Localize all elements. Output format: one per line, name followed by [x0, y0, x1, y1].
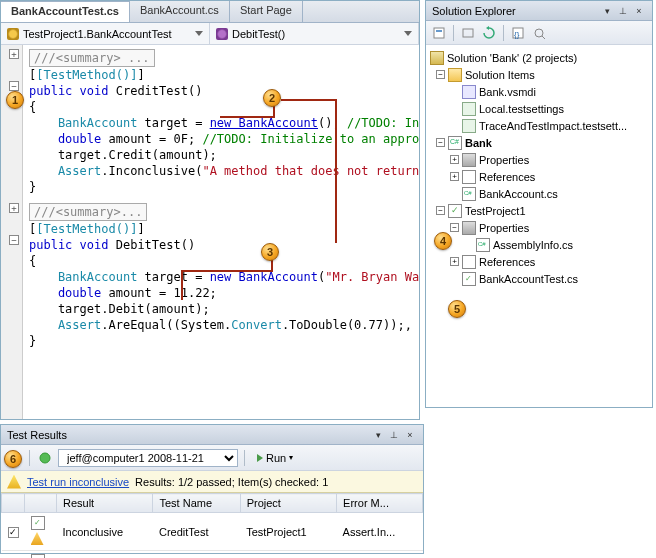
brace: } [29, 179, 419, 195]
expand-icon[interactable]: + [450, 257, 459, 266]
test-results-grid: Result Test Name Project Error M... ✓ In… [1, 493, 423, 558]
svg-rect-0 [434, 28, 444, 38]
cell-testname: CreditTest [153, 513, 240, 551]
label: TraceAndTestImpact.testsett... [479, 120, 627, 132]
references-icon [462, 170, 476, 184]
code-view-icon[interactable]: {} [509, 24, 527, 42]
references-icon [462, 255, 476, 269]
callout-2: 2 [263, 89, 281, 107]
tab-bankaccounttest[interactable]: BankAccountTest.cs [1, 1, 130, 22]
code-editor[interactable]: + ///<summary> ... [[TestMethod()]] − pu… [1, 45, 419, 419]
label: References [479, 171, 535, 183]
summary-collapsed[interactable]: ///<summary>... [29, 203, 147, 221]
test-file-icon [462, 272, 476, 286]
project-icon [448, 136, 462, 150]
c: target.Debit(amount); [29, 301, 419, 317]
editor-pane: BankAccountTest.cs BankAccount.cs Start … [0, 0, 420, 420]
dropdown-icon[interactable]: ▾ [600, 4, 614, 18]
tree-solution-items[interactable]: −Solution Items [428, 66, 650, 83]
collapse-icon[interactable]: − [436, 206, 445, 215]
label: Properties [479, 222, 529, 234]
label: BankAccount.cs [479, 188, 558, 200]
collapse-icon[interactable]: − [436, 70, 445, 79]
file-tabs: BankAccountTest.cs BankAccount.cs Start … [1, 1, 419, 23]
cell-error: Assert.In... [337, 513, 423, 551]
refresh-icon[interactable] [36, 449, 54, 467]
tree-references[interactable]: +References [428, 253, 650, 270]
col-testname[interactable]: Test Name [153, 494, 240, 513]
label: Bank [465, 137, 492, 149]
outline-toggle[interactable]: − [9, 81, 19, 91]
test-status-bar: Test run inconclusive Results: 1/2 passe… [1, 471, 423, 493]
c: amount = 0F; [101, 132, 202, 146]
brace: { [29, 253, 419, 269]
outline-toggle[interactable]: − [9, 235, 19, 245]
t: double [29, 132, 101, 146]
method-dropdown[interactable]: DebitTest() [210, 23, 419, 44]
label: References [479, 256, 535, 268]
tree-trace-settings[interactable]: TraceAndTestImpact.testsett... [428, 117, 650, 134]
col-error[interactable]: Error M... [337, 494, 423, 513]
outline-toggle[interactable]: + [9, 49, 19, 59]
refresh-icon[interactable] [480, 24, 498, 42]
col-check[interactable] [2, 494, 25, 513]
test-results-panel: Test Results ▾ ⊥ × jeff@computer1 2008-1… [0, 424, 424, 554]
cell-project: TestProject1 [240, 513, 336, 551]
solution-root[interactable]: Solution 'Bank' (2 projects) [428, 49, 650, 66]
test-run-select[interactable]: jeff@computer1 2008-11-21 [58, 449, 238, 467]
tree-local-settings[interactable]: Local.testsettings [428, 100, 650, 117]
tree-bankaccount-cs[interactable]: BankAccount.cs [428, 185, 650, 202]
tree-properties[interactable]: +Properties [428, 151, 650, 168]
callout-3: 3 [261, 243, 279, 261]
summary-collapsed[interactable]: ///<summary> ... [29, 49, 155, 67]
dropdown-icon[interactable]: ▾ [371, 428, 385, 442]
cs-file-icon [476, 238, 490, 252]
tree-references[interactable]: +References [428, 168, 650, 185]
callout-6: 6 [4, 450, 22, 468]
col-status[interactable] [25, 494, 57, 513]
tree-bankaccounttest-cs[interactable]: BankAccountTest.cs [428, 270, 650, 287]
view-icon[interactable] [530, 24, 548, 42]
cell-result: Passed [57, 551, 153, 559]
col-project[interactable]: Project [240, 494, 336, 513]
table-row[interactable]: ✓ InconclusiveCreditTestTestProject1Asse… [2, 513, 423, 551]
run-button[interactable]: Run▾ [251, 451, 299, 465]
collapse-icon[interactable]: − [436, 138, 445, 147]
file-icon [462, 85, 476, 99]
pin-icon[interactable]: ⊥ [616, 4, 630, 18]
properties-icon[interactable] [430, 24, 448, 42]
tab-bankaccount[interactable]: BankAccount.cs [130, 1, 230, 22]
properties-icon [462, 221, 476, 235]
tree-testproject[interactable]: −TestProject1 [428, 202, 650, 219]
brace: { [29, 99, 419, 115]
file-icon [462, 102, 476, 116]
class-dropdown[interactable]: TestProject1.BankAccountTest [1, 23, 210, 44]
tree-bank-project[interactable]: −Bank [428, 134, 650, 151]
properties-icon [462, 153, 476, 167]
tree-properties[interactable]: −Properties [428, 219, 650, 236]
solution-tree: Solution 'Bank' (2 projects) −Solution I… [426, 45, 652, 291]
pin-icon[interactable]: ⊥ [387, 428, 401, 442]
table-row[interactable]: ✓ PassedDebitTestTestProject1 [2, 551, 423, 559]
collapse-icon[interactable]: − [450, 223, 459, 232]
panel-title: Solution Explorer ▾ ⊥ × [426, 1, 652, 21]
test-run-link[interactable]: Test run inconclusive [27, 476, 129, 488]
tree-assemblyinfo[interactable]: AssemblyInfo.cs [428, 236, 650, 253]
col-result[interactable]: Result [57, 494, 153, 513]
cm: //TODO: Initialize to an appro... [202, 132, 419, 146]
nav-bar: TestProject1.BankAccountTest DebitTest() [1, 23, 419, 45]
close-icon[interactable]: × [632, 4, 646, 18]
tree-vsmdi[interactable]: Bank.vsmdi [428, 83, 650, 100]
title-text: Solution Explorer [432, 5, 516, 17]
checkbox[interactable]: ✓ [8, 527, 19, 538]
close-icon[interactable]: × [403, 428, 417, 442]
tab-startpage[interactable]: Start Page [230, 1, 303, 22]
c: (); [318, 116, 347, 130]
outline-toggle[interactable]: + [9, 203, 19, 213]
t: Assert [29, 318, 101, 332]
callout-4: 4 [434, 232, 452, 250]
label: Properties [479, 154, 529, 166]
expand-icon[interactable]: + [450, 172, 459, 181]
expand-icon[interactable]: + [450, 155, 459, 164]
show-all-icon[interactable] [459, 24, 477, 42]
